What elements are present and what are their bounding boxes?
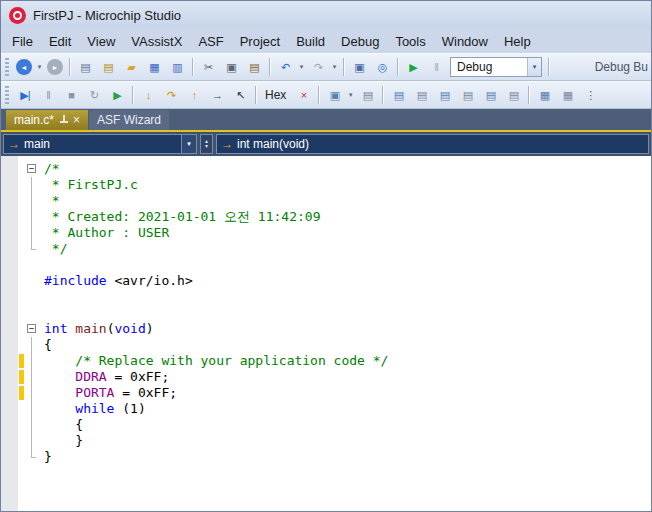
toolbar-overflow-icon[interactable]: ⋮ xyxy=(579,84,601,106)
code-line-15[interactable]: PORTA = 0xFF; xyxy=(1,385,651,401)
restart-debugging-icon[interactable]: ↻ xyxy=(83,84,105,106)
code-line-3[interactable]: * xyxy=(1,193,651,209)
navigate-forward-icon[interactable]: ► xyxy=(47,59,63,75)
quick-find-icon[interactable]: ◎ xyxy=(371,56,393,78)
stop-debugging-icon[interactable]: ■ xyxy=(60,84,82,106)
tab-main-c[interactable]: main.c*× xyxy=(6,110,88,130)
menu-item-file[interactable]: File xyxy=(4,31,41,52)
navigate-backward-icon[interactable]: ◄ xyxy=(16,59,32,75)
io-view-icon[interactable]: ▦ xyxy=(556,84,578,106)
start-debugging-icon[interactable]: ▶ xyxy=(402,56,424,78)
menu-item-asf[interactable]: ASF xyxy=(190,31,231,52)
tab-asf-wizard[interactable]: ASF Wizard xyxy=(89,110,169,130)
toolbar-grip[interactable] xyxy=(5,86,9,104)
step-over-icon[interactable]: ↷ xyxy=(160,84,182,106)
collapse-region-icon[interactable]: − xyxy=(27,164,36,173)
navigate-backward-dropdown-icon[interactable]: ▾ xyxy=(35,63,44,71)
hex-toggle-button[interactable]: Hex xyxy=(260,86,291,104)
debug-window-icon-2[interactable]: ▤ xyxy=(410,84,432,106)
debug-window-icon-3[interactable]: ▤ xyxy=(433,84,455,106)
navbar-splitter[interactable]: ▴ ▾ xyxy=(200,134,213,154)
debug-window-icon-6[interactable]: ▤ xyxy=(502,84,524,106)
code-line-16[interactable]: while (1) xyxy=(1,401,651,417)
breakpoint-margin[interactable] xyxy=(1,257,18,273)
tool-selector-icon[interactable]: ▣ xyxy=(323,84,345,106)
device-programming-icon[interactable]: × xyxy=(292,84,314,106)
code-editor[interactable]: −/* * FirstPJ.c * * Created: 2021-01-01 … xyxy=(1,156,651,511)
code-line-2[interactable]: * FirstPJ.c xyxy=(1,177,651,193)
environment-window-icon[interactable]: ▣ xyxy=(348,56,370,78)
code-line-13[interactable]: /* Replace with your application code */ xyxy=(1,353,651,369)
breakpoint-margin[interactable] xyxy=(1,209,18,225)
save-all-icon[interactable]: ▥ xyxy=(166,56,188,78)
save-file-icon[interactable]: ▦ xyxy=(143,56,165,78)
add-new-item-icon[interactable]: ▤ xyxy=(97,56,119,78)
breakpoint-margin[interactable] xyxy=(1,321,18,337)
code-line-6[interactable]: */ xyxy=(1,241,651,257)
fold-margin[interactable]: − xyxy=(24,321,41,337)
breakpoint-margin[interactable] xyxy=(1,177,18,193)
breakpoint-margin[interactable] xyxy=(1,417,18,433)
code-line-10[interactable] xyxy=(1,305,651,321)
solution-configuration-combo-caret-icon[interactable]: ▾ xyxy=(527,58,541,76)
breakpoint-margin[interactable] xyxy=(1,289,18,305)
menu-item-project[interactable]: Project xyxy=(232,31,288,52)
code-line-11[interactable]: −int main(void) xyxy=(1,321,651,337)
start-debugging-and-break-icon[interactable]: ▶| xyxy=(14,84,36,106)
run-to-cursor-icon[interactable]: → xyxy=(206,84,228,106)
breakpoint-margin[interactable] xyxy=(1,241,18,257)
debug-window-icon-4[interactable]: ▤ xyxy=(456,84,478,106)
menu-item-help[interactable]: Help xyxy=(496,31,539,52)
member-dropdown[interactable]: → int main(void) xyxy=(216,134,649,154)
break-all-icon[interactable]: ‖ xyxy=(425,56,447,78)
breakpoint-margin[interactable] xyxy=(1,401,18,417)
debug-window-icon-1[interactable]: ▤ xyxy=(387,84,409,106)
close-tab-icon[interactable]: × xyxy=(73,114,80,126)
open-file-icon[interactable]: ▰ xyxy=(120,56,142,78)
breakpoint-margin[interactable] xyxy=(1,161,18,177)
breakpoint-margin[interactable] xyxy=(1,369,18,385)
menu-item-build[interactable]: Build xyxy=(288,31,333,52)
new-project-icon[interactable]: ▤ xyxy=(74,56,96,78)
scope-dropdown[interactable]: → main ▾ xyxy=(3,134,197,154)
code-line-8[interactable]: #include <avr/io.h> xyxy=(1,273,651,289)
undo-icon[interactable]: ↶ xyxy=(274,56,296,78)
code-line-7[interactable] xyxy=(1,257,651,273)
code-line-5[interactable]: * Author : USER xyxy=(1,225,651,241)
memory-view-icon[interactable]: ▦ xyxy=(533,84,555,106)
code-line-9[interactable] xyxy=(1,289,651,305)
debug-window-icon-5[interactable]: ▤ xyxy=(479,84,501,106)
code-line-1[interactable]: −/* xyxy=(1,161,651,177)
step-into-icon[interactable]: ↓ xyxy=(137,84,159,106)
redo-icon[interactable]: ↷ xyxy=(307,56,329,78)
menu-item-vassistx[interactable]: VAssistX xyxy=(123,31,190,52)
tool-selector-dropdown-icon[interactable]: ▾ xyxy=(346,91,355,99)
breakpoint-margin[interactable] xyxy=(1,385,18,401)
fold-margin[interactable]: − xyxy=(24,161,41,177)
breakpoint-margin[interactable] xyxy=(1,273,18,289)
cut-icon[interactable]: ✂ xyxy=(197,56,219,78)
code-line-19[interactable]: } xyxy=(1,449,651,465)
code-line-12[interactable]: { xyxy=(1,337,651,353)
copy-icon[interactable]: ▣ xyxy=(220,56,242,78)
pin-tab-icon[interactable] xyxy=(59,115,68,125)
cursor-mode-icon[interactable]: ↖ xyxy=(229,84,251,106)
menu-item-window[interactable]: Window xyxy=(434,31,496,52)
title-bar[interactable]: FirstPJ - Microchip Studio xyxy=(1,1,651,29)
collapse-region-icon[interactable]: − xyxy=(27,324,36,333)
code-line-4[interactable]: * Created: 2021-01-01 오전 11:42:09 xyxy=(1,209,651,225)
undo-dropdown-icon[interactable]: ▾ xyxy=(297,63,306,71)
code-line-18[interactable]: } xyxy=(1,433,651,449)
breakpoint-margin[interactable] xyxy=(1,193,18,209)
break-all-icon[interactable]: ‖ xyxy=(37,84,59,106)
code-line-17[interactable]: { xyxy=(1,417,651,433)
solution-configuration-combo[interactable]: Debug▾ xyxy=(450,57,542,77)
paste-icon[interactable]: ▤ xyxy=(243,56,265,78)
scope-dropdown-caret-icon[interactable]: ▾ xyxy=(181,135,196,153)
redo-dropdown-icon[interactable]: ▾ xyxy=(330,63,339,71)
menu-item-edit[interactable]: Edit xyxy=(41,31,79,52)
step-out-icon[interactable]: ↑ xyxy=(183,84,205,106)
breakpoint-margin[interactable] xyxy=(1,337,18,353)
code-line-14[interactable]: DDRA = 0xFF; xyxy=(1,369,651,385)
breakpoint-margin[interactable] xyxy=(1,305,18,321)
